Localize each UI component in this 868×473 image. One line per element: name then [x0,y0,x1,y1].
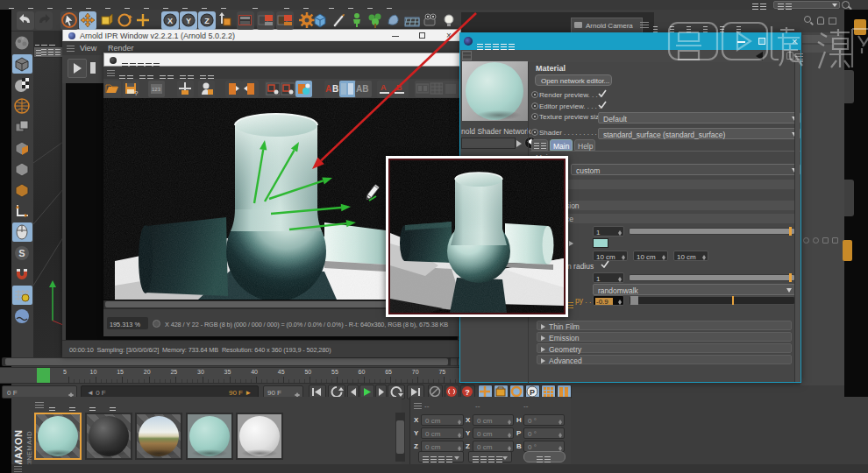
svg-text:A: A [325,84,331,94]
svg-text:B: B [396,83,402,92]
svg-text:Y: Y [186,17,191,25]
svg-text:Z: Z [204,17,210,25]
svg-text:?: ? [134,89,139,97]
svg-text:S: S [18,248,25,258]
svg-text:?: ? [465,388,470,397]
svg-text:X: X [167,17,173,25]
svg-text:A: A [381,83,387,92]
svg-text:P: P [530,388,535,397]
svg-text:B: B [332,84,338,94]
svg-text:AB: AB [356,84,368,94]
svg-text:123: 123 [152,87,161,92]
